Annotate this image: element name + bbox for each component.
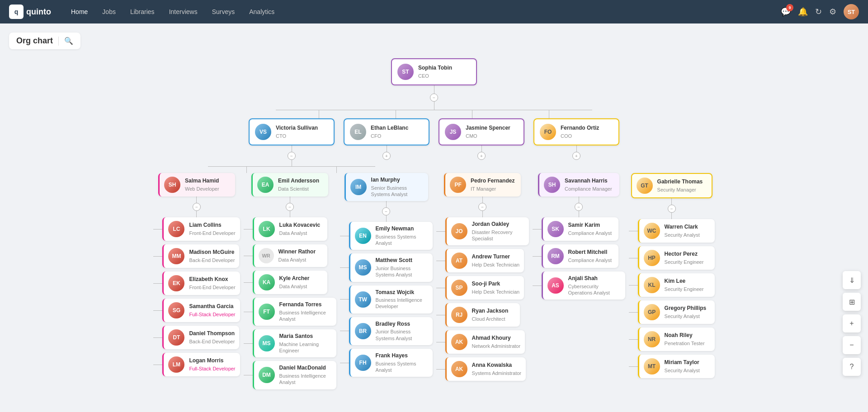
emily-node[interactable]: EN Emily Newman Business Systems Analyst <box>349 222 433 250</box>
savannah-reports: SK Samir Karim Compliance Analyst RM <box>533 217 625 300</box>
report-row: EK Elizabeth Knox Front-End Developer <box>153 272 240 295</box>
ceo-level: ST Sophia Tobin CEO <box>391 58 477 85</box>
ceo-connector: − <box>276 85 592 118</box>
help-button[interactable]: ? <box>843 358 861 376</box>
logo-text: quinto <box>26 7 51 17</box>
miriam-node[interactable]: MT Miriam Taylor Security Analyst <box>638 355 715 378</box>
report-row: SP Soo-ji Park Help Desk Technician <box>436 276 529 300</box>
search-button[interactable]: 🔍 <box>64 37 73 45</box>
kyle-node[interactable]: KA Kyle Archer Data Analyst <box>253 271 327 294</box>
nav-libraries[interactable]: Libraries <box>124 5 161 18</box>
liam-avatar: LC <box>168 221 184 237</box>
frank-node[interactable]: FH Frank Hayes Business Systems Analyst <box>349 349 433 377</box>
savannah-avatar: SH <box>544 177 560 193</box>
tomasz-node[interactable]: TW Tomasz Wojcik Business Intelligence D… <box>349 286 433 314</box>
report-row: MS Maria Santos Machine Learning Enginee… <box>244 329 336 357</box>
maria-node[interactable]: MS Maria Santos Machine Learning Enginee… <box>253 329 336 357</box>
report-row: RM Robert Mitchell Compliance Analyst <box>533 244 625 268</box>
refresh-icon[interactable]: ↻ <box>815 7 822 17</box>
report-row: EN Emily Newman Business Systems Analyst <box>340 222 433 250</box>
cto-down: − <box>249 145 335 173</box>
ian-node[interactable]: IM Ian Murphy Senior Business Systems An… <box>344 173 428 201</box>
l3-group-gabrielle: GT Gabrielle Thomas Security Manager − <box>629 173 715 378</box>
nav-interviews[interactable]: Interviews <box>163 5 204 18</box>
header-right: 💬 9 🔔 ↻ ⚙ ST <box>781 4 859 19</box>
l2-to-l3-connectors: − + + <box>249 145 619 173</box>
cmo-node[interactable]: JS Jasmine Spencer CMO <box>439 118 524 145</box>
samir-node[interactable]: SK Samir Karim Compliance Analyst <box>542 217 618 241</box>
logan-node[interactable]: LM Logan Morris Full-Stack Developer <box>162 353 240 376</box>
ceo-name: Sophia Tobin <box>418 65 471 72</box>
gabrielle-node[interactable]: GT Gabrielle Thomas Security Manager <box>631 173 712 198</box>
zoom-out-button[interactable]: − <box>843 336 861 354</box>
noah-node[interactable]: NR Noah Riley Penetration Tester <box>638 328 715 351</box>
fernanda-node[interactable]: FT Fernanda Torres Business Intelligence… <box>253 298 336 326</box>
coo-down: + <box>533 145 619 160</box>
user-avatar[interactable]: ST <box>844 4 859 19</box>
cmo-avatar: JS <box>445 124 461 140</box>
download-button[interactable]: ⇓ <box>843 271 861 289</box>
andrew-node[interactable]: AT Andrew Turner Help Desk Technician <box>445 249 524 272</box>
ahmad-node[interactable]: AK Ahmad Khoury Network Administrator <box>445 330 525 354</box>
samantha-node[interactable]: SG Samantha Garcia Full-Stack Developer <box>162 299 240 322</box>
report-row: WR Winner Rathor Data Analyst <box>244 244 336 267</box>
anjali-node[interactable]: AS Anjali Shah Cybersecurity Operations … <box>542 272 625 300</box>
hector-node[interactable]: HP Hector Perez Security Engineer <box>638 246 715 270</box>
robert-node[interactable]: RM Robert Mitchell Compliance Analyst <box>542 244 618 268</box>
nav-home[interactable]: Home <box>65 5 94 18</box>
page-title-area: Org chart 🔍 <box>9 33 80 49</box>
matthew-node[interactable]: MS Matthew Scott Junior Business Systems… <box>349 253 433 281</box>
header: q quinto Home Jobs Libraries Interviews … <box>0 0 868 23</box>
elizabeth-node[interactable]: EK Elizabeth Knox Front-End Developer <box>162 272 240 295</box>
salma-node[interactable]: SH Salma Hamid Web Developer <box>158 173 235 197</box>
bradley-node[interactable]: BR Bradley Ross Junior Business Systems … <box>349 317 433 345</box>
nav-jobs[interactable]: Jobs <box>96 5 122 18</box>
nav-analytics[interactable]: Analytics <box>243 5 281 18</box>
anna-node[interactable]: AK Anna Kowalska Systems Administrator <box>445 357 526 381</box>
report-row: LK Luka Kovacevic Data Analyst <box>244 217 336 241</box>
report-row: FH Frank Hayes Business Systems Analyst <box>340 349 433 377</box>
logo[interactable]: q quinto <box>9 5 51 19</box>
cfo-node[interactable]: EL Ethan LeBlanc CFO <box>344 118 429 145</box>
pedro-node[interactable]: PF Pedro Fernandez IT Manager <box>444 173 521 197</box>
gregory-node[interactable]: GP Gregory Phillips Security Analyst <box>638 300 715 324</box>
nav-surveys[interactable]: Surveys <box>206 5 241 18</box>
winner-node[interactable]: WR Winner Rathor Data Analyst <box>253 244 327 267</box>
ceo-node[interactable]: ST Sophia Tobin CEO <box>391 58 477 85</box>
ceo-toggle[interactable]: − <box>430 94 438 102</box>
org-chart: ST Sophia Tobin CEO − <box>50 58 818 389</box>
salma-toggle[interactable]: − <box>193 203 201 211</box>
luka-node[interactable]: LK Luka Kovacevic Data Analyst <box>253 217 327 241</box>
l3-level: SH Salma Hamid Web Developer − LC <box>153 173 714 389</box>
savannah-node[interactable]: SH Savannah Harris Compliance Manager <box>538 173 619 197</box>
ceo-avatar: ST <box>397 64 414 80</box>
daniel-t-node[interactable]: DT Daniel Thompson Back-End Developer <box>162 326 239 349</box>
ryan-node[interactable]: RJ Ryan Jackson Cloud Architect <box>445 303 520 327</box>
gabrielle-reports: WC Warren Clark Security Analyst HP <box>629 219 715 378</box>
cto-avatar: VS <box>255 124 271 140</box>
page-title: Org chart <box>16 36 53 46</box>
coo-node[interactable]: FO Fernando Ortiz COO <box>533 118 619 145</box>
chat-icon[interactable]: 💬 9 <box>781 7 791 17</box>
daniel-m-node[interactable]: DM Daniel MacDonald Business Intelligenc… <box>253 361 336 389</box>
fit-button[interactable]: ⊞ <box>843 293 861 311</box>
main-content: Org chart 🔍 ST Sophia Tobin CEO <box>0 23 868 412</box>
settings-icon[interactable]: ⚙ <box>829 7 836 17</box>
emil-node[interactable]: EA Emil Andersson Data Scientist <box>251 173 328 197</box>
cto-node[interactable]: VS Victoria Sullivan CTO <box>249 118 335 145</box>
liam-node[interactable]: LC Liam Collins Front-End Developer <box>162 217 240 241</box>
report-row: DT Daniel Thompson Back-End Developer <box>153 326 240 349</box>
bell-icon[interactable]: 🔔 <box>798 7 808 17</box>
l3-group-savannah: SH Savannah Harris Compliance Manager − <box>533 173 625 300</box>
emil-reports: LK Luka Kovacevic Data Analyst WR <box>244 217 336 389</box>
zoom-in-button[interactable]: + <box>843 314 861 332</box>
kim-node[interactable]: KL Kim Lee Security Engineer <box>638 273 715 297</box>
madison-node[interactable]: MM Madison McGuire Back-End Developer <box>162 244 239 268</box>
report-row: NR Noah Riley Penetration Tester <box>629 328 715 351</box>
jordan-node[interactable]: JO Jordan Oakley Disaster Recovery Speci… <box>445 217 529 245</box>
report-row: SK Samir Karim Compliance Analyst <box>533 217 625 241</box>
warren-node[interactable]: WC Warren Clark Security Analyst <box>638 219 715 243</box>
sooji-node[interactable]: SP Soo-ji Park Help Desk Technician <box>445 276 524 300</box>
cmo-down: + <box>439 145 524 160</box>
report-row: WC Warren Clark Security Analyst <box>629 219 715 243</box>
